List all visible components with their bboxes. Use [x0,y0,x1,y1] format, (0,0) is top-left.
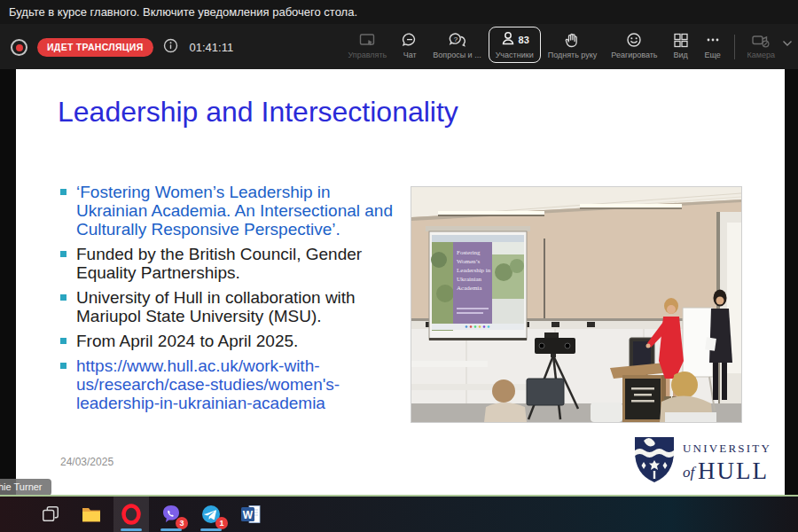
bullet-link-text: https://www.hull.ac.uk/work-with-us/rese… [76,356,399,412]
bullet-text: Funded by the British Council, Gender Eq… [76,245,399,282]
file-explorer-icon[interactable] [80,503,103,526]
react-button[interactable]: Реагировать [604,27,664,63]
telegram-unread-badge: 1 [215,517,228,529]
info-icon[interactable] [163,38,178,57]
bullet-item: ‘Fostering Women’s Leadership in Ukraini… [60,183,399,239]
participants-button[interactable]: 83 Участники [489,27,541,63]
recording-dot-icon [16,44,23,51]
camera-button[interactable]: Камера [740,27,782,63]
camera-off-icon [751,31,771,49]
screen-slide-text-line: Academia [457,285,482,292]
screen-slide-text-line: Fostering [457,249,481,256]
shared-screen-stage: Leadership and Intersectionality ‘Foster… [0,69,798,495]
bullet-marker-icon [60,338,66,344]
raise-hand-icon [563,31,581,49]
manage-button[interactable]: Управлять [341,27,395,63]
participants-icon [500,29,516,51]
more-label: Еще [704,51,720,59]
chat-label: Чат [403,51,417,59]
toolbar-divider [734,35,735,59]
task-view-icon[interactable] [39,503,62,526]
meeting-toolbar: ИДЕТ ТРАНСЛЯЦИЯ 01:41:11 Управлять Чат ?… [0,24,798,71]
chat-button[interactable]: Чат [394,27,426,63]
manage-label: Управлять [348,51,387,59]
participants-label: Участники [496,51,534,59]
hull-shield-icon [635,437,674,482]
camera-label: Камера [747,51,775,59]
view-label: Вид [673,51,687,59]
raise-hand-button[interactable]: Поднять руку [541,27,605,63]
bullet-item: From April 2024 to April 2025. [60,332,399,350]
qna-icon: ? [448,31,466,49]
viber-unread-badge: 3 [176,517,188,529]
opera-browser-icon[interactable] [120,503,143,526]
meeting-timer: 01:41:11 [190,41,234,54]
participants-count-badge: 83 [519,31,529,49]
desktop-notification-bar: Будьте в курсе главного. Включите уведом… [0,0,798,24]
raise-hand-label: Поднять руку [548,51,598,59]
classroom-photo: Fostering Women’s Leadership in Ukrainia… [411,186,742,423]
qna-button[interactable]: ? Вопросы и ... [426,27,488,63]
live-broadcast-badge: ИДЕТ ТРАНСЛЯЦИЯ [37,38,153,57]
bullet-item: https://www.hull.ac.uk/work-with-us/rese… [60,356,399,412]
smiley-icon [625,31,643,49]
opera-active-underline [121,528,142,531]
telegram-active-underline [200,528,222,531]
chat-icon [401,31,419,49]
bullet-text: From April 2024 to April 2025. [76,332,298,350]
viber-icon[interactable]: 3 [160,503,183,526]
logo-university-text: UNIVERSITY [683,442,771,455]
react-label: Реагировать [611,51,657,59]
toolbar-buttons: Управлять Чат ? Вопросы и ... 83 Участни… [341,27,794,63]
more-button[interactable]: Еще [697,27,729,63]
bullet-marker-icon [60,294,66,301]
presenter-name-label: hie Turner [0,479,51,496]
screen-slide-text-line: Women’s [457,258,481,265]
logo-hull-text: HULL [698,458,769,484]
windows-taskbar: 3 1 W [0,497,798,532]
bullet-marker-icon [60,189,66,195]
recording-icon [11,39,27,56]
bullet-marker-icon [60,251,66,257]
more-dots-icon [704,31,722,49]
bullet-item: Funded by the British Council, Gender Eq… [60,245,399,282]
university-of-hull-logo: UNIVERSITY of HULL [624,433,773,491]
slide-bullet-list: ‘Fostering Women’s Leadership in Ukraini… [60,183,399,419]
telegram-icon[interactable]: 1 [200,503,223,526]
screen-slide-text-line: Leadership in [457,267,491,274]
presentation-slide: Leadership and Intersectionality ‘Foster… [16,69,785,495]
notification-text: Будьте в курсе главного. Включите уведом… [9,5,357,19]
svg-text:?: ? [454,35,458,43]
broadcast-status-group: ИДЕТ ТРАНСЛЯЦИЯ 01:41:11 [11,24,233,71]
screen-slide-text-line: Ukrainian [457,276,481,283]
bullet-item: University of Hull in collaboration with… [60,288,399,325]
share-screen-icon [358,31,376,49]
slide-title: Leadership and Intersectionality [58,96,458,129]
camera-chevron-icon[interactable] [782,32,793,55]
qna-label: Вопросы и ... [433,51,481,59]
word-letter: W [243,509,254,521]
logo-of-text: of [683,464,697,481]
bullet-text: ‘Fostering Women’s Leadership in Ukraini… [76,183,399,239]
bullet-marker-icon [60,363,66,369]
view-button[interactable]: Вид [665,27,697,63]
word-icon[interactable]: W [239,503,262,526]
grid-view-icon [672,31,690,49]
bullet-text: University of Hull in collaboration with… [76,288,399,325]
slide-date: 24/03/2025 [60,456,113,468]
viber-active-underline [160,528,182,531]
